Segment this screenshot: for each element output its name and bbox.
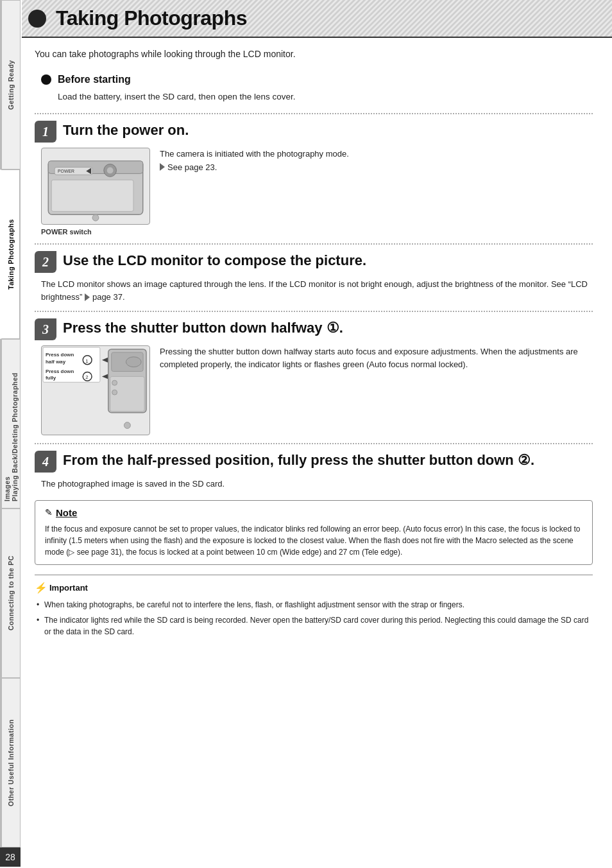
svg-text:1: 1 — [85, 358, 88, 364]
important-item-1: When taking photographs, be careful not … — [44, 599, 593, 611]
step-2-number-box: 2 — [35, 251, 56, 273]
page-title: Taking Photographs — [56, 6, 247, 30]
step-2-number: 2 — [42, 255, 49, 270]
svg-text:POWER: POWER — [58, 169, 74, 174]
before-starting-heading: Before starting — [41, 74, 593, 85]
note-pencil-icon: ✎ — [45, 507, 53, 517]
step-1-divider — [35, 113, 593, 114]
camera-illustration-1: POWER — [41, 148, 150, 225]
important-icon: ⚡ — [35, 582, 47, 594]
step-3-camera-illustration: Press down half way 1 Press down fully 2 — [41, 345, 150, 435]
header-icon — [28, 10, 46, 28]
important-section: ⚡ Important When taking photographs, be … — [35, 575, 593, 638]
step-2: 2 Use the LCD monitor to compose the pic… — [35, 243, 593, 303]
sidebar-item-playing-back[interactable]: Playing Back/Deleting Photographed Image… — [0, 339, 21, 508]
svg-point-24 — [112, 381, 117, 386]
bullet-icon — [41, 74, 51, 85]
step-1-title: Turn the power on. — [63, 119, 189, 139]
intro-text: You can take photographs while looking t… — [35, 48, 593, 61]
svg-text:half way: half way — [46, 359, 66, 365]
step-1-content: POWER POWER switch — [41, 148, 593, 236]
note-text: If the focus and exposure cannot be set … — [45, 523, 582, 558]
svg-point-22 — [126, 357, 141, 367]
step-1-description-area: The camera is initiated with the photogr… — [160, 148, 349, 236]
step-3-divider — [35, 311, 593, 312]
step-1-number-box: 1 — [35, 121, 56, 143]
step-4-number: 4 — [42, 455, 49, 469]
svg-text:fully: fully — [46, 376, 56, 381]
page-header: Taking Photographs — [22, 0, 612, 38]
step-3-description: Pressing the shutter button down halfway… — [160, 345, 593, 435]
step-4-divider — [35, 443, 593, 444]
step-3: 3 Press the shutter button down halfway … — [35, 311, 593, 435]
step-3-image: Press down half way 1 Press down fully 2 — [41, 345, 150, 435]
step-2-title: Use the LCD monitor to compose the pictu… — [63, 250, 366, 269]
important-item-2: The indicator lights red while the SD ca… — [44, 614, 593, 638]
arrow-icon-2 — [85, 293, 90, 301]
important-title: Important — [49, 583, 88, 593]
step-1-description: The camera is initiated with the photogr… — [160, 148, 349, 161]
note-header: ✎ Note — [45, 507, 582, 518]
sidebar-item-connecting-pc[interactable]: Connecting to the PC — [0, 508, 21, 678]
step-2-header: 2 Use the LCD monitor to compose the pic… — [35, 250, 593, 273]
page-number: 28 — [0, 847, 21, 867]
step-1-header: 1 Turn the power on. — [35, 119, 593, 143]
step-2-divider — [35, 243, 593, 245]
note-box: ✎ Note If the focus and exposure cannot … — [35, 500, 593, 565]
step-2-page-ref: page 37. — [92, 292, 125, 302]
svg-point-25 — [112, 390, 117, 395]
step-2-description: The LCD monitor shows an image captured … — [41, 278, 593, 303]
before-starting-title: Before starting — [58, 74, 131, 85]
step-4-description: The photographed image is saved in the S… — [41, 478, 593, 490]
note-title: Note — [56, 507, 77, 518]
svg-text:Press down: Press down — [46, 369, 74, 374]
svg-text:Press down: Press down — [46, 352, 74, 358]
step-3-number-box: 3 — [35, 318, 56, 340]
sidebar: Getting Ready Taking Photographs Playing… — [0, 0, 21, 868]
step-3-header: 3 Press the shutter button down halfway … — [35, 317, 593, 340]
svg-point-26 — [124, 422, 130, 429]
step-4: 4 From the half-pressed position, fully … — [35, 443, 593, 490]
svg-point-8 — [92, 215, 99, 221]
step-4-title: From the half-pressed position, fully pr… — [63, 449, 534, 469]
step-4-number-box: 4 — [35, 451, 56, 473]
main-content: Taking Photographs You can take photogra… — [22, 0, 612, 651]
step-1-see-page: See page 23. — [160, 162, 349, 172]
power-switch-label: POWER switch — [41, 228, 150, 236]
svg-point-6 — [107, 168, 114, 174]
arrow-icon-1 — [160, 163, 165, 171]
step-1-page-ref: See page 23. — [167, 162, 217, 172]
svg-text:2: 2 — [85, 375, 88, 381]
content-body: You can take photographs while looking t… — [22, 38, 612, 651]
step-3-content: Press down half way 1 Press down fully 2 — [41, 345, 593, 435]
sidebar-item-getting-ready[interactable]: Getting Ready — [0, 0, 21, 169]
sidebar-item-other-info[interactable]: Other Useful Information — [0, 678, 21, 847]
step-3-number: 3 — [42, 322, 49, 337]
before-starting-text: Load the battery, insert the SD card, th… — [58, 91, 593, 103]
svg-rect-7 — [51, 180, 133, 211]
step-1-image: POWER POWER switch — [41, 148, 150, 236]
step-3-title: Press the shutter button down halfway ①. — [63, 317, 343, 336]
step-1-number: 1 — [42, 125, 49, 139]
step-1: 1 Turn the power on. POWER — [35, 113, 593, 236]
sidebar-item-taking-photographs[interactable]: Taking Photographs — [0, 169, 21, 339]
step-4-header: 4 From the half-pressed position, fully … — [35, 449, 593, 473]
important-header: ⚡ Important — [35, 582, 593, 594]
